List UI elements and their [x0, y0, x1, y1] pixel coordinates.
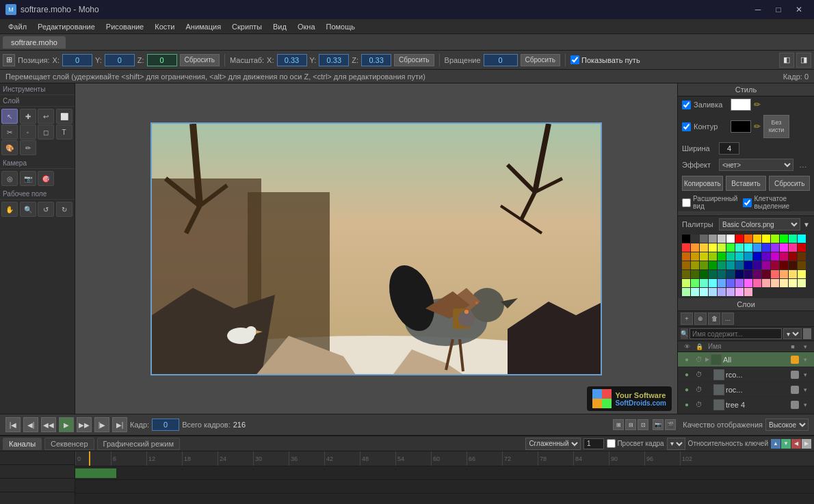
- file-tab[interactable]: softrare.moho: [3, 36, 66, 49]
- palette-select[interactable]: Basic Colors.png: [719, 218, 800, 230]
- layer-vis-btn[interactable]: ●: [681, 399, 693, 411]
- palette-color-cell[interactable]: [798, 279, 806, 287]
- palette-color-cell[interactable]: [780, 261, 788, 269]
- menu-scripts[interactable]: Скрипты: [226, 21, 267, 32]
- menu-view[interactable]: Вид: [267, 21, 292, 32]
- layer-row[interactable]: ● ⏱ tree 4 ▾: [678, 397, 814, 412]
- palette-color-cell[interactable]: [691, 235, 699, 243]
- layer-anim-btn[interactable]: ⏱: [693, 384, 705, 396]
- palette-color-cell[interactable]: [709, 270, 717, 278]
- layer-vis-btn[interactable]: ●: [681, 369, 693, 381]
- palette-color-cell[interactable]: [798, 261, 806, 269]
- palette-color-cell[interactable]: [744, 270, 752, 278]
- layer-extra[interactable]: ▾: [799, 401, 811, 408]
- prev-keyframe-button[interactable]: ◀|: [23, 417, 38, 432]
- palette-color-cell[interactable]: [700, 252, 708, 261]
- palette-color-cell[interactable]: [798, 243, 806, 252]
- palette-color-cell[interactable]: [771, 279, 779, 287]
- palette-color-cell[interactable]: [700, 270, 708, 278]
- palette-color-cell[interactable]: [762, 252, 770, 261]
- reset-rotation-button[interactable]: Сбросить: [521, 54, 560, 66]
- rotation-input[interactable]: [484, 54, 518, 66]
- palette-color-cell[interactable]: [691, 252, 699, 261]
- palette-color-cell[interactable]: [726, 243, 735, 252]
- menu-file[interactable]: Файл: [3, 21, 32, 32]
- palette-color-cell[interactable]: [798, 235, 806, 243]
- palette-color-cell[interactable]: [709, 252, 717, 261]
- maximize-button[interactable]: □: [769, 3, 788, 16]
- layer-vis-btn[interactable]: ●: [681, 384, 693, 396]
- palette-color-cell[interactable]: [718, 252, 726, 261]
- view-btn-5[interactable]: 🎬: [665, 419, 676, 430]
- menu-draw[interactable]: Рисование: [101, 21, 149, 32]
- palette-color-cell[interactable]: [753, 243, 761, 252]
- tool-text[interactable]: T: [56, 124, 73, 140]
- layer-row[interactable]: ● ⏱ roc... ▾: [678, 382, 814, 397]
- palette-color-cell[interactable]: [762, 270, 770, 278]
- next-frame-button[interactable]: ▶▶: [77, 417, 92, 432]
- layout-btn-2[interactable]: ◨: [796, 53, 811, 68]
- palette-color-cell[interactable]: [789, 279, 797, 287]
- palette-color-cell[interactable]: [735, 243, 744, 252]
- contour-color[interactable]: [731, 120, 751, 133]
- palette-color-cell[interactable]: [780, 270, 788, 278]
- reset-position-button[interactable]: Сбросить: [180, 54, 220, 66]
- reset-scale-button[interactable]: Сбросить: [394, 54, 434, 66]
- layer-extra[interactable]: ▾: [799, 356, 811, 363]
- palette-color-cell[interactable]: [682, 235, 690, 243]
- next-keyframe-button[interactable]: |▶: [94, 417, 109, 432]
- palette-color-cell[interactable]: [753, 252, 761, 261]
- no-brush-button[interactable]: Безкисти: [763, 115, 789, 138]
- palette-color-cell[interactable]: [771, 243, 779, 252]
- palette-color-cell[interactable]: [744, 261, 752, 269]
- layer-anim-btn[interactable]: ⏱: [693, 399, 705, 411]
- tool-ws-4[interactable]: ↻: [56, 202, 73, 217]
- palette-color-cell[interactable]: [691, 243, 699, 252]
- tl-btn-3[interactable]: ◀: [791, 439, 801, 449]
- tab-graph-mode[interactable]: Графический режим: [97, 438, 180, 450]
- layer-vis-btn[interactable]: ●: [681, 354, 693, 366]
- layer-extra[interactable]: ▾: [799, 386, 811, 393]
- layer-row[interactable]: ● ⏱ ▶ All ▾: [678, 352, 814, 367]
- palette-color-cell[interactable]: [789, 243, 797, 252]
- palette-color-cell[interactable]: [700, 261, 708, 269]
- palette-color-cell[interactable]: [700, 279, 708, 287]
- layout-btn-1[interactable]: ◧: [779, 53, 794, 68]
- layer-add-button[interactable]: +: [681, 313, 693, 325]
- palette-color-cell[interactable]: [700, 288, 708, 296]
- palette-color-cell[interactable]: [735, 270, 744, 278]
- layer-more-button[interactable]: …: [722, 313, 734, 325]
- palette-color-cell[interactable]: [726, 252, 735, 261]
- palette-color-cell[interactable]: [691, 288, 699, 296]
- menu-bones[interactable]: Кости: [149, 21, 180, 32]
- palette-color-cell[interactable]: [718, 243, 726, 252]
- contour-checkbox[interactable]: [682, 122, 691, 131]
- palette-color-cell[interactable]: [709, 261, 717, 269]
- palette-color-cell[interactable]: [691, 279, 699, 287]
- tool-rect[interactable]: ⬜: [56, 109, 73, 124]
- palette-color-cell[interactable]: [780, 252, 788, 261]
- smoothing-select[interactable]: Сглаженный: [525, 438, 581, 450]
- palette-color-cell[interactable]: [726, 270, 735, 278]
- palette-color-cell[interactable]: [762, 261, 770, 269]
- view-btn-4[interactable]: 📷: [653, 419, 664, 430]
- palette-dropdown-icon[interactable]: ▼: [803, 221, 810, 228]
- fill-color[interactable]: [731, 98, 751, 111]
- scale-z-input[interactable]: [361, 54, 391, 66]
- menu-windows[interactable]: Окна: [292, 21, 321, 32]
- show-path-checkbox[interactable]: Показывать путь: [570, 55, 640, 64]
- palette-color-cell[interactable]: [744, 243, 752, 252]
- menu-animate[interactable]: Анимация: [180, 21, 226, 32]
- fill-edit-icon[interactable]: ✏: [754, 100, 761, 109]
- fill-checkbox[interactable]: [682, 101, 691, 109]
- scale-x-input[interactable]: [277, 54, 307, 66]
- tab-sequencer[interactable]: Секвенсер: [44, 438, 94, 450]
- palette-color-cell[interactable]: [762, 279, 770, 287]
- palette-color-cell[interactable]: [753, 270, 761, 278]
- position-z-input[interactable]: [147, 54, 177, 66]
- palette-color-cell[interactable]: [726, 279, 735, 287]
- palette-color-cell[interactable]: [744, 279, 752, 287]
- toolbar-icon[interactable]: ⊞: [3, 54, 15, 66]
- palette-color-cell[interactable]: [753, 261, 761, 269]
- palette-color-cell[interactable]: [718, 261, 726, 269]
